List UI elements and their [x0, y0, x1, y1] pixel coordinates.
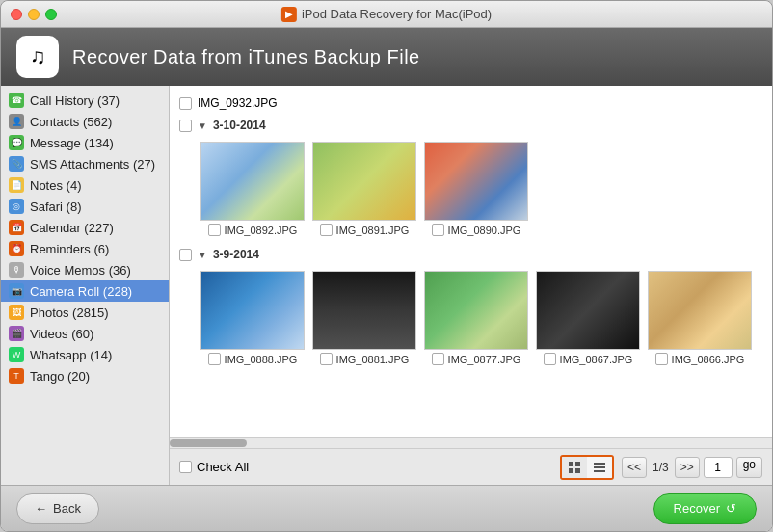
maximize-button[interactable] — [45, 9, 57, 20]
sidebar-item-photos[interactable]: 🖼Photos (2815) — [1, 302, 169, 323]
sidebar-label-contacts: Contacts (562) — [30, 115, 112, 129]
titlebar-app-icon: ▶ — [281, 7, 297, 22]
img-checkbox-img-0881[interactable] — [320, 353, 333, 365]
page-info: 1/3 — [651, 461, 671, 474]
sidebar-label-message: Message (134) — [30, 136, 114, 150]
close-button[interactable] — [11, 9, 22, 20]
view-list-button[interactable] — [587, 457, 612, 478]
image-cell-img-0866: IMG_0866.JPG — [648, 271, 752, 365]
sections-container: ▼3-10-2014IMG_0892.JPGIMG_0891.JPGIMG_08… — [179, 113, 762, 371]
sidebar-label-camera-roll: Camera Roll (228) — [30, 284, 132, 299]
img-checkbox-img-0877[interactable] — [432, 353, 444, 365]
tango-icon: T — [9, 368, 24, 384]
sidebar-item-call-history[interactable]: ☎Call History (37) — [1, 90, 169, 111]
svg-rect-1 — [575, 462, 580, 466]
page-next-next-button[interactable]: >> — [675, 457, 700, 478]
window-title: ▶ iPod Data Recovery for Mac(iPod) — [281, 7, 492, 22]
section-triangle-section-3-9[interactable]: ▼ — [198, 250, 207, 260]
sidebar-item-camera-roll[interactable]: 📷Camera Roll (228) — [1, 280, 169, 302]
thumbnail-img-0891[interactable] — [312, 142, 416, 221]
image-grid-section-3-10: IMG_0892.JPGIMG_0891.JPGIMG_0890.JPG — [179, 136, 762, 242]
sidebar-item-message[interactable]: 💬Message (134) — [1, 132, 169, 153]
sidebar-label-whatsapp: Whatsapp (14) — [30, 348, 112, 362]
recover-button[interactable]: Recover ↺ — [653, 493, 757, 524]
sidebar-item-calendar[interactable]: 📅Calendar (227) — [1, 217, 169, 238]
view-grid-button[interactable] — [562, 457, 587, 478]
img-checkbox-img-0888[interactable] — [208, 353, 221, 365]
img-checkbox-img-0867[interactable] — [544, 353, 556, 365]
img-checkbox-img-0890[interactable] — [432, 224, 444, 236]
section-checkbox-section-3-9[interactable] — [179, 249, 192, 261]
sidebar-item-safari[interactable]: ◎Safari (8) — [1, 196, 169, 217]
whatsapp-icon: W — [9, 347, 24, 362]
sidebar-item-whatsapp[interactable]: WWhatsapp (14) — [1, 344, 169, 365]
check-all-area: Check All — [179, 460, 249, 474]
image-cell-img-0891: IMG_0891.JPG — [312, 142, 416, 236]
sidebar-label-calendar: Calendar (227) — [30, 221, 114, 235]
img-filename-img-0867: IMG_0867.JPG — [560, 354, 633, 365]
img-filename-img-0890: IMG_0890.JPG — [448, 225, 521, 236]
check-all-label: Check All — [197, 460, 249, 474]
sidebar-item-contacts[interactable]: 👤Contacts (562) — [1, 111, 169, 132]
thumbnail-img-0867[interactable] — [536, 271, 640, 350]
voice-memos-icon: 🎙 — [9, 262, 24, 278]
image-cell-img-0888: IMG_0888.JPG — [200, 271, 305, 365]
back-arrow-icon: ← — [35, 501, 47, 516]
svg-rect-5 — [594, 466, 605, 468]
image-cell-img-0881: IMG_0881.JPG — [312, 271, 416, 365]
sidebar-item-videos[interactable]: 🎬Videos (60) — [1, 323, 169, 344]
page-prev-prev-button[interactable]: << — [622, 457, 647, 478]
titlebar: ▶ iPod Data Recovery for Mac(iPod) — [1, 1, 772, 28]
thumbnail-img-0881[interactable] — [312, 271, 416, 350]
top-file-checkbox[interactable] — [179, 97, 192, 110]
section-checkbox-section-3-10[interactable] — [179, 120, 192, 132]
sidebar-label-videos: Videos (60) — [30, 327, 93, 341]
svg-rect-4 — [594, 463, 605, 465]
horizontal-scrollbar[interactable] — [170, 437, 772, 448]
recover-label: Recover — [674, 501, 720, 516]
thumbnail-img-0888[interactable] — [200, 271, 305, 350]
sidebar-item-sms-attachments[interactable]: 📎SMS Attachments (27) — [1, 153, 169, 174]
calendar-icon: 📅 — [9, 220, 24, 235]
svg-rect-6 — [594, 470, 605, 472]
image-grid-section-3-9: IMG_0888.JPGIMG_0881.JPGIMG_0877.JPGIMG_… — [179, 265, 762, 371]
app-window: ▶ iPod Data Recovery for Mac(iPod) ♫ Rec… — [0, 0, 773, 532]
img-filename-img-0888: IMG_0888.JPG — [225, 354, 298, 365]
sidebar-item-voice-memos[interactable]: 🎙Voice Memos (36) — [1, 259, 169, 280]
sidebar-item-reminders[interactable]: ⏰Reminders (6) — [1, 238, 169, 259]
go-button[interactable]: go — [736, 457, 762, 478]
img-filename-img-0866: IMG_0866.JPG — [672, 354, 745, 365]
img-checkbox-img-0892[interactable] — [208, 224, 221, 236]
back-button[interactable]: ← Back — [16, 493, 99, 524]
scrollbar-thumb[interactable] — [170, 439, 247, 447]
app-logo-icon: ♫ — [16, 36, 59, 78]
sidebar-label-safari: Safari (8) — [30, 200, 81, 214]
minimize-button[interactable] — [28, 9, 40, 20]
thumbnail-img-0892[interactable] — [200, 142, 305, 221]
sms-attachments-icon: 📎 — [9, 156, 24, 172]
sidebar: ☎Call History (37)👤Contacts (562)💬Messag… — [1, 86, 170, 485]
thumbnail-img-0866[interactable] — [648, 271, 752, 350]
page-number-input[interactable] — [704, 457, 733, 478]
check-all-checkbox[interactable] — [179, 461, 192, 473]
thumbnail-img-0890[interactable] — [424, 142, 528, 221]
thumbnail-img-0877[interactable] — [424, 271, 528, 350]
main-area: ☎Call History (37)👤Contacts (562)💬Messag… — [1, 86, 772, 485]
sidebar-label-call-history: Call History (37) — [30, 93, 120, 108]
img-filename-img-0881: IMG_0881.JPG — [336, 354, 410, 365]
sidebar-item-tango[interactable]: TTango (20) — [1, 365, 169, 386]
section-triangle-section-3-10[interactable]: ▼ — [198, 120, 207, 131]
img-filename-img-0892: IMG_0892.JPG — [225, 225, 298, 236]
img-checkbox-img-0891[interactable] — [320, 224, 333, 236]
camera-roll-icon: 📷 — [9, 283, 24, 299]
img-checkbox-img-0866[interactable] — [655, 353, 668, 365]
content-scroll[interactable]: IMG_0932.JPG ▼3-10-2014IMG_0892.JPGIMG_0… — [170, 86, 772, 437]
section-header-section-3-9: ▼3-9-2014 — [179, 242, 762, 265]
section-date-section-3-9: 3-9-2014 — [213, 248, 259, 261]
safari-icon: ◎ — [9, 199, 24, 214]
view-toggle — [560, 455, 614, 480]
sidebar-item-notes[interactable]: 📄Notes (4) — [1, 174, 169, 196]
svg-rect-0 — [569, 462, 573, 466]
back-label: Back — [53, 501, 81, 516]
sidebar-label-sms-attachments: SMS Attachments (27) — [30, 157, 155, 172]
